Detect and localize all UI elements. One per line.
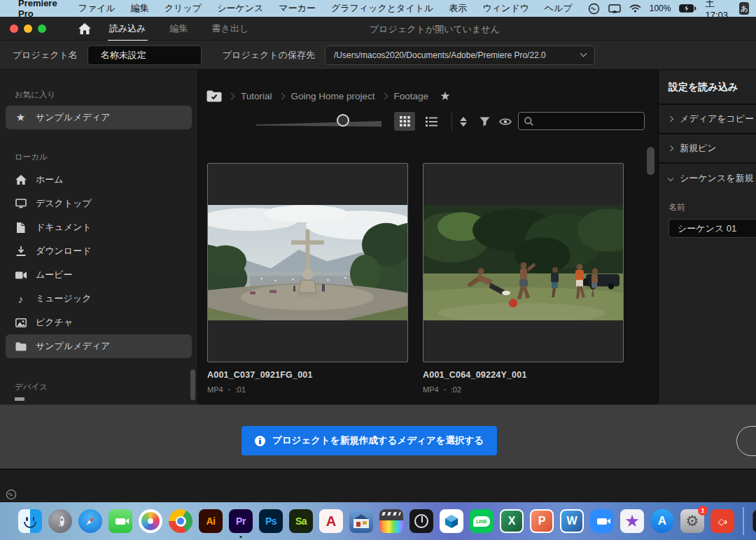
dock-icon-autocad[interactable]: A: [319, 509, 343, 533]
dock-icon-chrome[interactable]: [169, 509, 192, 533]
screen-mirroring-icon[interactable]: [608, 4, 621, 13]
dock-icon-launchpad[interactable]: [48, 509, 72, 533]
menu-file[interactable]: ファイル: [78, 2, 115, 15]
thumbnail-zoom-slider[interactable]: [255, 120, 382, 127]
grid-view-button[interactable]: [394, 112, 415, 131]
dock-icon-safari[interactable]: [78, 509, 102, 533]
app-menu-title[interactable]: Premiere Pro: [18, 0, 64, 19]
project-location-label: プロジェクトの保存先: [223, 49, 315, 62]
breadcrumb: Tutorial Going Home project Footage ★: [206, 89, 450, 104]
tab-export[interactable]: 書き出し: [211, 16, 251, 41]
menu-view[interactable]: 表示: [449, 2, 467, 15]
sidebar-item-documents[interactable]: ドキュメント: [6, 215, 192, 239]
menu-clip[interactable]: クリップ: [164, 2, 202, 15]
dock-icon-final-cut-pro[interactable]: [379, 509, 403, 533]
dock-icon-zoom[interactable]: [590, 509, 614, 533]
folder-check-icon[interactable]: [206, 90, 222, 102]
clip-card[interactable]: A001_C064_09224Y_001 MP4 ・ :02: [423, 163, 624, 395]
project-settings-row: プロジェクト名 プロジェクトの保存先 /Users/macos2020/Docu…: [0, 41, 756, 70]
window-zoom-button[interactable]: [38, 24, 46, 33]
dock-icon-terminal[interactable]: >_: [752, 509, 756, 533]
breadcrumb-tutorial[interactable]: Tutorial: [241, 91, 272, 101]
dock-icon-finder[interactable]: [18, 509, 42, 533]
search-icon: [524, 117, 533, 126]
sidebar-item-movies[interactable]: ムービー: [6, 263, 192, 287]
select-media-cta: プロジェクトを新規作成するメディアを選択する: [241, 426, 497, 455]
dock-icon-photoshop[interactable]: Ps: [259, 509, 283, 533]
sidebar-scrollbar[interactable]: [190, 369, 195, 400]
window-minimize-button[interactable]: [24, 24, 32, 33]
dock-icon-word[interactable]: W: [560, 509, 584, 533]
creative-cloud-status-icon[interactable]: [588, 3, 600, 15]
home-icon: [15, 175, 27, 185]
clip-card[interactable]: A001_C037_0921FG_001 MP4 ・ :01: [207, 163, 408, 395]
project-location-dropdown[interactable]: /Users/macos2020/Documents/Adobe/Premier…: [325, 45, 595, 65]
search-input[interactable]: [538, 116, 647, 126]
clip-thumbnail-soccer-kids[interactable]: [423, 163, 624, 362]
home-icon[interactable]: [78, 23, 91, 34]
menu-graphics-titles[interactable]: グラフィックとタイトル: [331, 2, 433, 15]
dock-icon-red-diamond-app[interactable]: ◇›: [710, 509, 734, 533]
dock-icon-sweet-home-3d[interactable]: [349, 509, 373, 533]
premiere-titlebar: 読み込み 編集 書き出し プロジェクトが開いていません: [0, 17, 756, 41]
wifi-icon[interactable]: [629, 4, 641, 13]
chevron-down-icon: [668, 176, 673, 181]
menu-marker[interactable]: マーカー: [279, 2, 316, 15]
video-camera-icon: [115, 518, 125, 525]
sidebar-item-music[interactable]: ♪ ミュージック: [6, 287, 192, 311]
sidebar-item-local-sample-media[interactable]: サンプルメディア: [6, 334, 192, 358]
sidebar-item-pictures[interactable]: ピクチャ: [6, 311, 192, 334]
creative-cloud-icon[interactable]: [6, 489, 17, 500]
project-name-input[interactable]: [88, 45, 202, 65]
dock-icon-substance-sampler[interactable]: Sa: [289, 509, 313, 533]
dock-icon-facetime[interactable]: [108, 509, 132, 533]
dock-icon-imovie[interactable]: ★: [620, 509, 644, 533]
dock-icon-premiere-pro[interactable]: Pr: [229, 509, 253, 533]
sidebar-item-home[interactable]: ホーム: [6, 168, 192, 192]
setting-new-sequence[interactable]: シーケンスを新規: [659, 164, 756, 193]
clip-thumbnail-cross-monument[interactable]: [207, 163, 408, 362]
window-bottom-strip: [0, 469, 756, 502]
dock-icon-powerpoint[interactable]: P: [530, 509, 554, 533]
dock-icon-line[interactable]: LINE: [470, 509, 493, 533]
dock-icon-illustrator[interactable]: Ai: [199, 509, 223, 533]
sidebar-item-favorite-sample-media[interactable]: ★ サンプルメディア: [6, 106, 192, 129]
tab-edit[interactable]: 編集: [169, 16, 190, 41]
content-scrollbar[interactable]: [647, 147, 654, 175]
search-box[interactable]: [518, 112, 645, 130]
window-close-button[interactable]: [10, 24, 18, 33]
tab-import[interactable]: 読み込み: [108, 16, 148, 41]
menu-help[interactable]: ヘルプ: [545, 2, 573, 15]
favorite-star-icon[interactable]: ★: [440, 89, 450, 104]
dock-icon-photos[interactable]: [139, 509, 162, 533]
dock-icon-disk-speed-test[interactable]: [410, 509, 433, 533]
sort-icon[interactable]: [456, 114, 471, 129]
menu-edit[interactable]: 編集: [131, 2, 149, 15]
sidebar-item-partial[interactable]: [15, 397, 24, 401]
menu-sequence[interactable]: シーケンス: [217, 2, 263, 15]
sequence-name-input[interactable]: [668, 219, 756, 238]
chevron-right-icon: [668, 145, 673, 151]
dock-icon-app-store[interactable]: A: [650, 509, 674, 533]
import-button-partial[interactable]: [736, 426, 756, 456]
dock-icon-sketchup[interactable]: [440, 509, 463, 533]
setting-new-bin[interactable]: 新規ピン: [659, 134, 756, 164]
battery-percent: 100%: [650, 3, 671, 13]
sidebar-item-desktop[interactable]: デスクトップ: [6, 192, 192, 215]
breadcrumb-separator-icon: [278, 93, 285, 100]
breadcrumb-going-home-project[interactable]: Going Home project: [291, 91, 375, 101]
thumbnail-zoom-knob[interactable]: [337, 114, 349, 127]
dock-icon-system-settings[interactable]: ⚙ 1: [680, 509, 704, 533]
breadcrumb-footage[interactable]: Footage: [394, 91, 429, 101]
visibility-eye-icon[interactable]: [498, 114, 513, 129]
filter-icon[interactable]: [477, 114, 492, 129]
menu-window[interactable]: ウィンドウ: [482, 2, 529, 15]
chevron-right-icon: [668, 116, 673, 122]
list-view-button[interactable]: [421, 112, 442, 131]
input-method-badge[interactable]: あ: [739, 2, 749, 15]
sidebar-item-downloads[interactable]: ダウンロード: [6, 239, 192, 263]
clip-name: A001_C037_0921FG_001: [207, 370, 408, 380]
setting-copy-media[interactable]: メディアをコピー: [659, 105, 756, 134]
sidebar-header-devices: デバイス: [0, 375, 197, 398]
dock-icon-excel[interactable]: X: [500, 509, 524, 533]
